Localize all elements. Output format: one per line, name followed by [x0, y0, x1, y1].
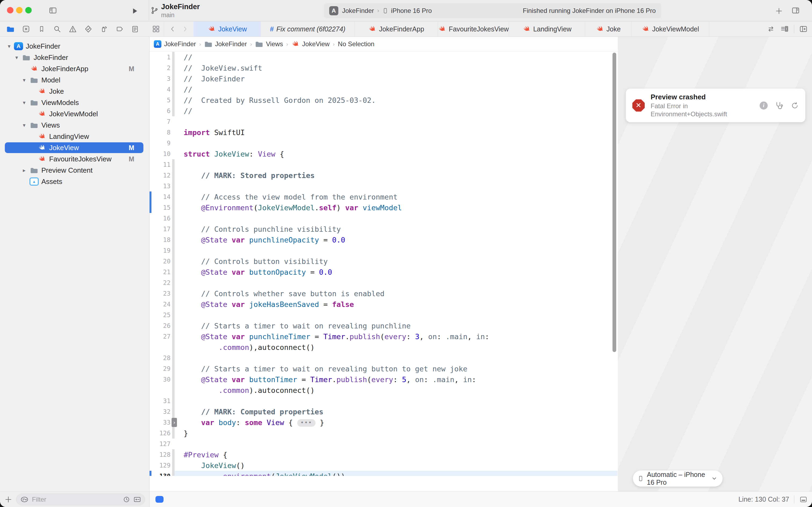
info-icon[interactable]: i [760, 102, 768, 110]
code-area[interactable]: 1//2// JokeView.swift3// JokeFinder4//5/… [150, 52, 618, 476]
tab-fix-comment-6f02274-[interactable]: #Fix comment (6f02274) [261, 21, 355, 37]
code-line-29[interactable]: 29 // Starts a timer to wait on revealin… [150, 363, 618, 374]
code-line-23[interactable]: 23 // Controls whether save button is en… [150, 288, 618, 299]
warning-navigator-icon[interactable] [68, 24, 77, 34]
code-line-16[interactable]: 16 [150, 213, 618, 224]
breakpoint-navigator-icon[interactable] [115, 24, 124, 34]
code-line-7[interactable]: 7 [150, 116, 618, 127]
code-line-wrap[interactable]: .common),autoconnect() [150, 342, 618, 353]
code-line-5[interactable]: 5// Created by Russell Gordon on 2025-03… [150, 95, 618, 106]
sidebar-item-preview-content[interactable]: ▸Preview Content [0, 165, 147, 176]
scheme-name[interactable]: JokeFinder [342, 7, 374, 14]
diagnostics-icon[interactable] [775, 101, 784, 110]
tab-favouritejokesview[interactable]: FavouriteJokesView [438, 21, 509, 37]
zoom-window-button[interactable] [25, 7, 32, 13]
project-navigator-icon[interactable] [6, 24, 15, 34]
run-button[interactable] [131, 7, 139, 15]
code-line-32[interactable]: 32 // MARK: Computed properties [150, 406, 618, 417]
tab-jokeviewmodel[interactable]: JokeViewModel [632, 21, 709, 37]
recent-files-icon[interactable] [123, 496, 130, 503]
sidebar-item-model[interactable]: ▾Model [0, 74, 147, 86]
toggle-sidebar-icon[interactable] [48, 6, 57, 14]
add-file-icon[interactable] [4, 496, 12, 504]
code-line-31[interactable]: 31 [150, 396, 618, 406]
code-line-3[interactable]: 3// JokeFinder [150, 73, 618, 84]
code-line-1[interactable]: 1// [150, 52, 618, 63]
sidebar-item-jokefinderapp[interactable]: JokeFinderAppM [0, 63, 147, 74]
code-line-6[interactable]: 6// [150, 106, 618, 116]
sidebar-item-landingview[interactable]: LandingView [0, 131, 147, 142]
disclosure-down-icon[interactable]: ▾ [21, 99, 27, 106]
sidebar-item-favouritejokesview[interactable]: FavouriteJokesViewM [0, 153, 147, 165]
disclosure-down-icon[interactable]: ▾ [21, 77, 27, 83]
back-navigation-icon[interactable] [169, 25, 176, 33]
bookmark-navigator-icon[interactable] [37, 24, 46, 34]
swap-editor-icon[interactable] [767, 25, 775, 33]
tab-jokefinderapp[interactable]: JokeFinderApp [355, 21, 438, 37]
canvas-toggle-button[interactable] [156, 496, 164, 503]
code-line-9[interactable]: 9 [150, 138, 618, 149]
disclosure-down-icon[interactable]: ▾ [13, 54, 20, 61]
retry-preview-icon[interactable] [791, 102, 799, 110]
issue-navigator-icon[interactable] [21, 24, 31, 34]
sidebar-item-jokefinder[interactable]: ▾JokeFinder [0, 52, 147, 63]
code-line-127[interactable]: 127 [150, 439, 618, 449]
breadcrumb-item[interactable]: AJokeFinder [154, 40, 196, 48]
breadcrumb-item[interactable]: JokeFinder [205, 40, 247, 48]
report-navigator-icon[interactable] [130, 24, 139, 34]
filter-field[interactable] [16, 494, 145, 505]
code-line-11[interactable]: 11 [150, 159, 618, 170]
code-line-12[interactable]: 12 // MARK: Stored properties [150, 170, 618, 181]
sidebar-item-jokeviewmodel[interactable]: JokeViewModel [0, 108, 147, 119]
breadcrumb-item[interactable]: No Selection [338, 40, 374, 48]
code-line-33[interactable]: 33› var body: some View { ••• } [150, 417, 618, 428]
code-line-28[interactable]: 28 [150, 353, 618, 363]
run-destination[interactable]: iPhone 16 Pro [391, 7, 432, 14]
sidebar-item-views[interactable]: ▾Views [0, 119, 147, 131]
code-line-126[interactable]: 126} [150, 428, 618, 439]
code-fold-icon[interactable]: › [172, 418, 177, 427]
code-line-8[interactable]: 8import SwiftUI [150, 127, 618, 138]
code-line-13[interactable]: 13 [150, 181, 618, 191]
sidebar-item-jokefinder[interactable]: ▾AJokeFinder [0, 41, 147, 52]
code-line-130[interactable]: 130 .environment(JokeViewModel()) [150, 471, 618, 476]
code-line-26[interactable]: 26 // Starts a timer to wait on revealin… [150, 320, 618, 331]
disclosure-down-icon[interactable]: ▾ [21, 122, 27, 128]
editor-scrollbar[interactable] [613, 53, 616, 352]
filter-input[interactable] [32, 496, 123, 503]
code-line-4[interactable]: 4// [150, 84, 618, 95]
code-line-20[interactable]: 20 // Controls button visibility [150, 256, 618, 267]
library-add-icon[interactable] [775, 7, 783, 15]
code-line-21[interactable]: 21 @State var buttonOpacity = 0.0 [150, 267, 618, 277]
tab-joke[interactable]: Joke [585, 21, 632, 37]
find-navigator-icon[interactable] [53, 24, 62, 34]
code-line-30[interactable]: 30 @State var buttonTimer = Timer.publis… [150, 374, 618, 385]
code-line-19[interactable]: 19 [150, 245, 618, 256]
disclosure-down-icon[interactable]: ▾ [6, 43, 12, 49]
code-line-27[interactable]: 27 @State var punchlineTimer = Timer.pub… [150, 331, 618, 342]
tab-jokeview[interactable]: JokeView [193, 21, 261, 37]
code-line-14[interactable]: 14 // Access the view model from the env… [150, 191, 618, 202]
folded-code-pill[interactable]: ••• [297, 419, 315, 427]
preview-device-selector[interactable]: Automatic – iPhone 16 Pro [633, 470, 722, 487]
code-line-17[interactable]: 17 // Controls punchline visibility [150, 224, 618, 234]
tab-landingview[interactable]: LandingView [509, 21, 585, 37]
editor-options-icon[interactable] [780, 25, 789, 33]
breadcrumb-item[interactable]: JokeView [291, 40, 330, 48]
toggle-inspector-icon[interactable] [791, 6, 800, 14]
scheme-status-bar[interactable]: A JokeFinder › iPhone 16 Pro Finished ru… [324, 3, 661, 18]
code-line-128[interactable]: 128#Preview { [150, 449, 618, 460]
editor-layout-icon[interactable] [799, 496, 808, 503]
close-window-button[interactable] [7, 7, 13, 13]
breadcrumb-item[interactable]: Views [255, 40, 283, 48]
code-line-24[interactable]: 24 @State var jokeHasBeenSaved = false [150, 299, 618, 309]
forward-navigation-icon[interactable] [182, 25, 188, 33]
sidebar-item-viewmodels[interactable]: ▾ViewModels [0, 97, 147, 108]
code-line-15[interactable]: 15 @Environment(JokeViewModel.self) var … [150, 202, 618, 213]
minimize-window-button[interactable] [16, 7, 22, 13]
code-line-wrap[interactable]: .common).autoconnect() [150, 385, 618, 396]
code-line-22[interactable]: 22 [150, 277, 618, 288]
code-line-10[interactable]: 10struct JokeView: View { [150, 149, 618, 159]
add-editor-icon[interactable] [799, 25, 808, 33]
scm-filter-icon[interactable] [133, 496, 141, 503]
